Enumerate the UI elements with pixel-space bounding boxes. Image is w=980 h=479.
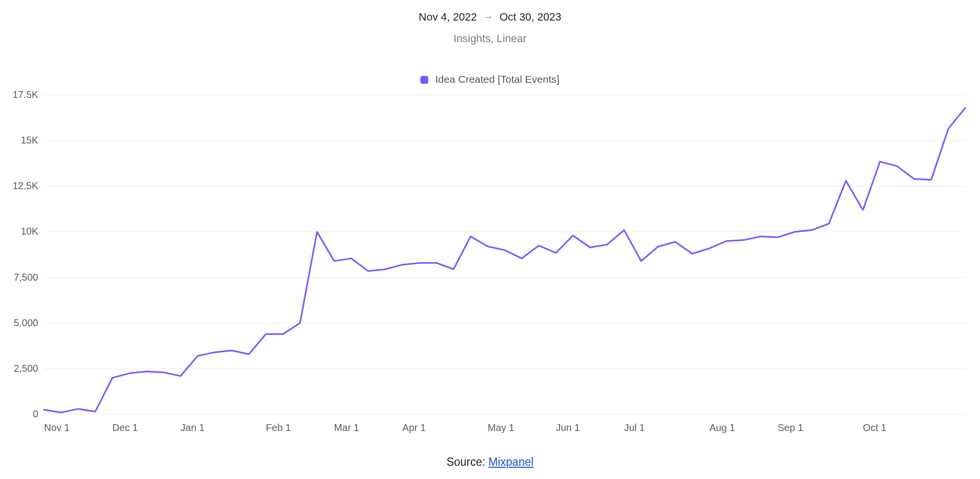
svg-text:Jul 1: Jul 1 [624, 422, 645, 433]
source-line: Source: Mixpanel [0, 455, 980, 469]
svg-text:12.5K: 12.5K [13, 180, 39, 191]
svg-text:Aug 1: Aug 1 [710, 422, 735, 433]
svg-text:5,000: 5,000 [14, 317, 38, 328]
svg-text:Jun 1: Jun 1 [556, 422, 580, 433]
chart-area: 02,5005,0007,50010K12.5K15K17.5KNov 1Dec… [10, 87, 970, 442]
svg-text:7,500: 7,500 [14, 272, 38, 283]
svg-text:0: 0 [33, 408, 38, 419]
legend: Idea Created [Total Events] [0, 73, 980, 85]
svg-text:Dec 1: Dec 1 [112, 422, 138, 433]
svg-text:Sep 1: Sep 1 [778, 422, 803, 433]
date-from: Nov 4, 2022 [419, 11, 477, 23]
svg-text:Feb 1: Feb 1 [266, 422, 291, 433]
arrow-icon: → [483, 11, 493, 23]
legend-series-label: Idea Created [Total Events] [435, 73, 559, 85]
svg-text:2,500: 2,500 [14, 363, 38, 374]
legend-swatch-icon [420, 76, 428, 84]
svg-text:10K: 10K [21, 226, 38, 237]
line-chart: 02,5005,0007,50010K12.5K15K17.5KNov 1Dec… [10, 87, 970, 440]
svg-text:Oct 1: Oct 1 [863, 422, 886, 433]
source-link[interactable]: Mixpanel [489, 455, 534, 468]
svg-text:Apr 1: Apr 1 [402, 422, 426, 433]
source-prefix: Source: [446, 455, 489, 468]
date-range: Nov 4, 2022 → Oct 30, 2023 [0, 11, 980, 24]
date-to: Oct 30, 2023 [499, 11, 561, 23]
svg-text:15K: 15K [21, 135, 38, 145]
svg-text:Mar 1: Mar 1 [334, 422, 359, 433]
svg-text:Jan 1: Jan 1 [181, 422, 205, 433]
chart-subtitle: Insights, Linear [0, 32, 980, 45]
svg-text:Nov 1: Nov 1 [44, 422, 70, 433]
svg-text:17.5K: 17.5K [13, 89, 39, 100]
svg-text:May 1: May 1 [488, 422, 514, 433]
